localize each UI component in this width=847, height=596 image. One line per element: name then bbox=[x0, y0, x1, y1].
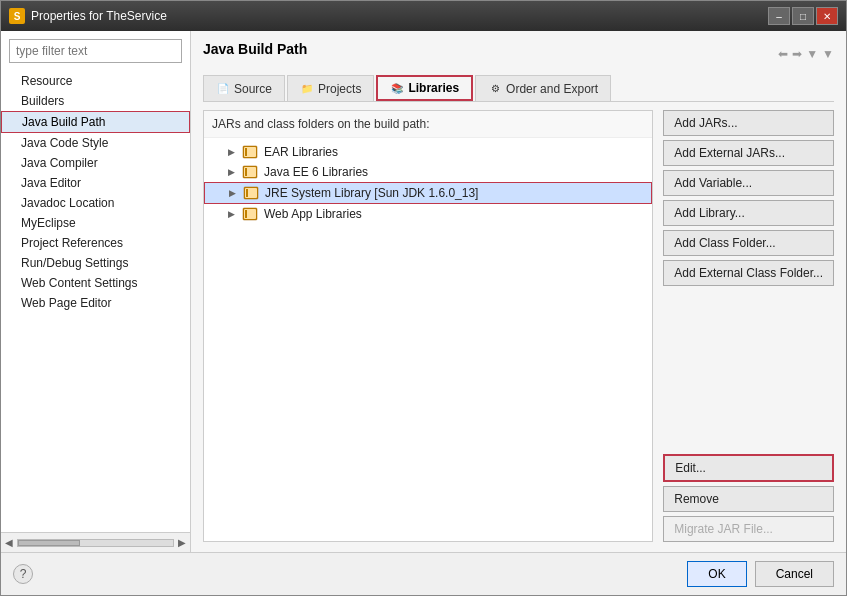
tab-projects-label: Projects bbox=[318, 82, 361, 96]
bottom-buttons: OK Cancel bbox=[687, 561, 834, 587]
edit-button[interactable]: Edit... bbox=[663, 454, 834, 482]
app-icon: S bbox=[9, 8, 25, 24]
jre-library-icon bbox=[243, 186, 259, 200]
sidebar-item-javadoc-location[interactable]: Javadoc Location bbox=[1, 193, 190, 213]
javaee-libraries-icon bbox=[242, 165, 258, 179]
help-button[interactable]: ? bbox=[13, 564, 33, 584]
tab-libraries-label: Libraries bbox=[408, 81, 459, 95]
add-library-button[interactable]: Add Library... bbox=[663, 200, 834, 226]
tab-libraries[interactable]: 📚 Libraries bbox=[376, 75, 473, 101]
tree-item-jre-library[interactable]: ▶ JRE System Library [Sun JDK 1.6.0_13] bbox=[204, 182, 652, 204]
webapp-libraries-label: Web App Libraries bbox=[264, 207, 362, 221]
dialog: S Properties for TheService – □ ✕ Resour… bbox=[0, 0, 847, 596]
library-panel: JARs and class folders on the build path… bbox=[203, 110, 653, 542]
nav-back-icon: ⬅ bbox=[778, 47, 788, 61]
sidebar-item-builders[interactable]: Builders bbox=[1, 91, 190, 111]
bottom-bar: ? OK Cancel bbox=[1, 552, 846, 595]
sidebar-item-project-references[interactable]: Project References bbox=[1, 233, 190, 253]
tabs-row: 📄 Source 📁 Projects 📚 Libraries ⚙ Order … bbox=[203, 75, 834, 102]
main-panel: Java Build Path ⬅ ➡ ▼ ▼ 📄 Source 📁 Proje… bbox=[191, 31, 846, 552]
sidebar: Resource Builders Java Build Path Java C… bbox=[1, 31, 191, 552]
webapp-libraries-icon bbox=[242, 207, 258, 221]
sidebar-list: Resource Builders Java Build Path Java C… bbox=[1, 71, 190, 532]
filter-input[interactable] bbox=[9, 39, 182, 63]
nav-forward-icon: ➡ bbox=[792, 47, 802, 61]
sidebar-item-java-editor[interactable]: Java Editor bbox=[1, 173, 190, 193]
panel-title: Java Build Path bbox=[203, 41, 307, 57]
window-controls: – □ ✕ bbox=[768, 7, 838, 25]
tree-item-ear-libraries[interactable]: ▶ EAR Libraries bbox=[204, 142, 652, 162]
maximize-button[interactable]: □ bbox=[792, 7, 814, 25]
libraries-tab-icon: 📚 bbox=[390, 81, 404, 95]
scroll-right-icon: ▶ bbox=[178, 537, 186, 548]
svg-rect-11 bbox=[245, 210, 247, 218]
add-class-folder-button[interactable]: Add Class Folder... bbox=[663, 230, 834, 256]
ear-libraries-label: EAR Libraries bbox=[264, 145, 338, 159]
tree-arrow-javaee: ▶ bbox=[228, 167, 238, 177]
window-title: Properties for TheService bbox=[31, 9, 167, 23]
ok-button[interactable]: OK bbox=[687, 561, 746, 587]
remove-button[interactable]: Remove bbox=[663, 486, 834, 512]
tree-item-webapp-libraries[interactable]: ▶ Web App Libraries bbox=[204, 204, 652, 224]
svg-rect-2 bbox=[245, 148, 247, 156]
side-buttons: Add JARs... Add External JARs... Add Var… bbox=[663, 110, 834, 542]
sidebar-item-resource[interactable]: Resource bbox=[1, 71, 190, 91]
add-external-class-folder-button[interactable]: Add External Class Folder... bbox=[663, 260, 834, 286]
tree-arrow-ear: ▶ bbox=[228, 147, 238, 157]
scroll-track[interactable] bbox=[17, 539, 174, 547]
jre-library-label: JRE System Library [Sun JDK 1.6.0_13] bbox=[265, 186, 478, 200]
sidebar-item-myeclipse[interactable]: MyEclipse bbox=[1, 213, 190, 233]
title-bar: S Properties for TheService – □ ✕ bbox=[1, 1, 846, 31]
sidebar-item-java-compiler[interactable]: Java Compiler bbox=[1, 153, 190, 173]
tab-projects[interactable]: 📁 Projects bbox=[287, 75, 374, 101]
minimize-button[interactable]: – bbox=[768, 7, 790, 25]
tab-order-export-label: Order and Export bbox=[506, 82, 598, 96]
sidebar-item-web-content-settings[interactable]: Web Content Settings bbox=[1, 273, 190, 293]
cancel-button[interactable]: Cancel bbox=[755, 561, 834, 587]
nav-menu-icon: ▼ bbox=[822, 47, 834, 61]
scroll-left-icon: ◀ bbox=[5, 537, 13, 548]
content-area: Resource Builders Java Build Path Java C… bbox=[1, 31, 846, 552]
ear-libraries-icon bbox=[242, 145, 258, 159]
sidebar-item-java-build-path[interactable]: Java Build Path bbox=[1, 111, 190, 133]
source-tab-icon: 📄 bbox=[216, 82, 230, 96]
close-button[interactable]: ✕ bbox=[816, 7, 838, 25]
panel-body: JARs and class folders on the build path… bbox=[203, 110, 834, 542]
add-jars-button[interactable]: Add JARs... bbox=[663, 110, 834, 136]
scroll-thumb[interactable] bbox=[18, 540, 80, 546]
svg-rect-8 bbox=[246, 189, 248, 197]
sidebar-item-run-debug-settings[interactable]: Run/Debug Settings bbox=[1, 253, 190, 273]
nav-dropdown-icon: ▼ bbox=[806, 47, 818, 61]
projects-tab-icon: 📁 bbox=[300, 82, 314, 96]
tree-arrow-webapp: ▶ bbox=[228, 209, 238, 219]
tab-source[interactable]: 📄 Source bbox=[203, 75, 285, 101]
library-hint: JARs and class folders on the build path… bbox=[204, 111, 652, 138]
javaee-libraries-label: Java EE 6 Libraries bbox=[264, 165, 368, 179]
sidebar-item-web-page-editor[interactable]: Web Page Editor bbox=[1, 293, 190, 313]
sidebar-scrollbar: ◀ ▶ bbox=[1, 532, 190, 552]
tree-arrow-jre: ▶ bbox=[229, 188, 239, 198]
tab-source-label: Source bbox=[234, 82, 272, 96]
migrate-jar-button[interactable]: Migrate JAR File... bbox=[663, 516, 834, 542]
library-tree: ▶ EAR Libraries ▶ bbox=[204, 138, 652, 541]
order-export-tab-icon: ⚙ bbox=[488, 82, 502, 96]
add-variable-button[interactable]: Add Variable... bbox=[663, 170, 834, 196]
add-external-jars-button[interactable]: Add External JARs... bbox=[663, 140, 834, 166]
svg-rect-5 bbox=[245, 168, 247, 176]
sidebar-item-java-code-style[interactable]: Java Code Style bbox=[1, 133, 190, 153]
tree-item-javaee-libraries[interactable]: ▶ Java EE 6 Libraries bbox=[204, 162, 652, 182]
tab-order-export[interactable]: ⚙ Order and Export bbox=[475, 75, 611, 101]
